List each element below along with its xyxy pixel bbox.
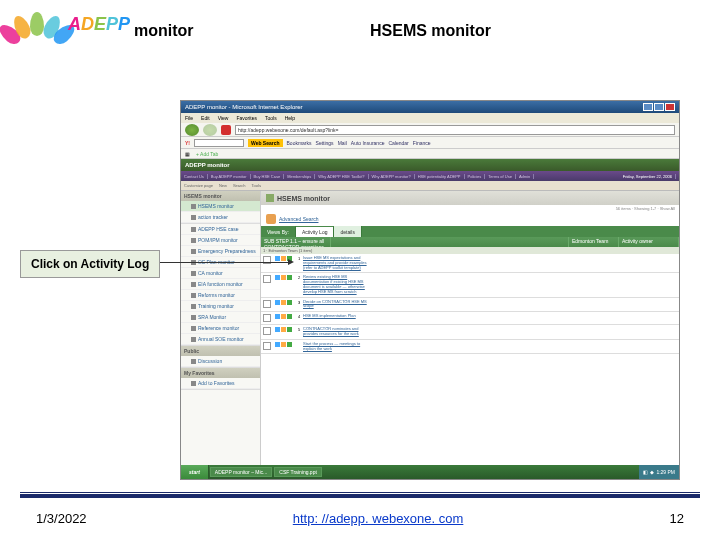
back-button[interactable] <box>185 124 199 136</box>
nav-why-monitor[interactable]: Why ADEPP monitor? <box>372 174 415 179</box>
forward-button[interactable] <box>203 124 217 136</box>
toolbar-finance[interactable]: Finance <box>413 140 431 146</box>
app-top-nav: Contact Us Buy ADEPP monitor Buy HSE Cas… <box>181 171 679 181</box>
view-icon[interactable] <box>281 256 286 261</box>
menu-favorites[interactable]: Favorites <box>236 115 257 121</box>
system-tray[interactable]: ◧ ◆ 1:29 PM <box>639 465 679 479</box>
sidebar-item-add-fav[interactable]: Add to Favorites <box>181 378 260 389</box>
edit-icon[interactable] <box>275 314 280 319</box>
tray-icon[interactable]: ◧ <box>643 469 648 475</box>
nav-terms[interactable]: Terms of Use <box>488 174 516 179</box>
toolbar-calendar[interactable]: Calendar <box>388 140 408 146</box>
nav-admin[interactable]: Admin <box>519 174 534 179</box>
sidebar-item-annual[interactable]: Annual SOE monitor <box>181 334 260 345</box>
taskbar-item-ppt[interactable]: CSF Training.ppt <box>274 467 322 477</box>
address-bar[interactable]: http://adepp.webexone.com/default.asp?li… <box>235 125 675 135</box>
col-owner[interactable]: Activity owner <box>619 237 679 247</box>
stop-button[interactable] <box>221 125 231 135</box>
approve-icon[interactable] <box>287 327 292 332</box>
col-substep[interactable]: SUB STEP 1.1 – ensure all CONTRACTOR ope… <box>261 237 331 247</box>
toolbar-mail[interactable]: Mail <box>338 140 347 146</box>
taskbar-item-browser[interactable]: ADEPP monitor – Mic... <box>210 467 272 477</box>
row-text[interactable]: HSE MS implementation Plan <box>303 314 371 322</box>
nav-memberships[interactable]: Memberships <box>287 174 315 179</box>
tab-details[interactable]: details <box>334 226 361 237</box>
sidebar-item-pom[interactable]: POM/IPM monitor <box>181 235 260 246</box>
browser-screenshot: ADEPP monitor - Microsoft Internet Explo… <box>180 100 680 480</box>
subnav-tools[interactable]: Tools <box>252 183 261 188</box>
sidebar-section-favorites[interactable]: My Favorites <box>181 368 260 378</box>
sidebar-item-emergency[interactable]: Emergency Preparedness <box>181 246 260 257</box>
row-checkbox[interactable] <box>263 275 271 283</box>
sidebar-section-public[interactable]: Public <box>181 346 260 356</box>
row-text[interactable]: Start the process — meetings to explain … <box>303 342 371 352</box>
tab-activity-log[interactable]: Activity Log <box>296 226 335 237</box>
subnav-search[interactable]: Search <box>233 183 246 188</box>
maximize-button[interactable] <box>654 103 664 111</box>
sidebar-item-eia[interactable]: EIA function monitor <box>181 279 260 290</box>
menu-help[interactable]: Help <box>285 115 295 121</box>
sidebar-item-discussion[interactable]: Discussion <box>181 356 260 367</box>
nav-buy-hse[interactable]: Buy HSE Case <box>254 174 285 179</box>
subnav-customize[interactable]: Customize page <box>184 183 213 188</box>
sidebar-item-hsems-monitor[interactable]: HSEMS monitor <box>181 201 260 212</box>
tray-icon[interactable]: ◆ <box>650 469 654 475</box>
edit-icon[interactable] <box>275 275 280 280</box>
sidebar-section-hsems[interactable]: HSEMS monitor <box>181 191 260 201</box>
col-team[interactable]: Edmonton Team <box>569 237 619 247</box>
window-titlebar[interactable]: ADEPP monitor - Microsoft Internet Explo… <box>181 101 679 113</box>
sidebar-item-reforms[interactable]: Reforms monitor <box>181 290 260 301</box>
footer-link[interactable]: http: //adepp. webexone. com <box>293 511 464 526</box>
menu-file[interactable]: File <box>185 115 193 121</box>
approve-icon[interactable] <box>287 275 292 280</box>
row-text[interactable]: Issue HSE MS expectations and requiremen… <box>303 256 371 270</box>
toolbar-auto[interactable]: Auto Insurance <box>351 140 385 146</box>
approve-icon[interactable] <box>287 300 292 305</box>
toolbar-settings[interactable]: Settings <box>316 140 334 146</box>
sidebar-item-training[interactable]: Training monitor <box>181 301 260 312</box>
view-icon[interactable] <box>281 314 286 319</box>
row-checkbox[interactable] <box>263 342 271 350</box>
view-icon[interactable] <box>281 300 286 305</box>
menu-view[interactable]: View <box>218 115 229 121</box>
nav-policies[interactable]: Policies <box>468 174 486 179</box>
menu-tools[interactable]: Tools <box>265 115 277 121</box>
footer-date: 1/3/2022 <box>36 511 87 526</box>
web-search-button[interactable]: Web Search <box>248 139 283 147</box>
sidebar-item-reference[interactable]: Reference monitor <box>181 323 260 334</box>
row-checkbox[interactable] <box>263 327 271 335</box>
group-row[interactable]: 1 · Edmonton Team (1 item) <box>261 247 679 254</box>
edit-icon[interactable] <box>275 327 280 332</box>
row-text[interactable]: CONTRACTOR nominates and provides resour… <box>303 327 371 337</box>
sidebar-item-hse-case[interactable]: ADEPP HSE case <box>181 224 260 235</box>
add-tab-button[interactable]: + Add Tab <box>196 151 218 157</box>
edit-icon[interactable] <box>275 300 280 305</box>
nav-hse-pot[interactable]: HSE potentiality ADEPP <box>418 174 465 179</box>
row-checkbox[interactable] <box>263 314 271 322</box>
nav-why-toolkit[interactable]: Why ADEPP HSE Toolkit? <box>318 174 368 179</box>
menu-edit[interactable]: Edit <box>201 115 210 121</box>
minimize-button[interactable] <box>643 103 653 111</box>
row-text[interactable]: Review existing HSE MS documentation if … <box>303 275 371 294</box>
edit-icon[interactable] <box>275 342 280 347</box>
row-text[interactable]: Decide on CONTRACTOR HSE MS scope <box>303 300 371 310</box>
sidebar-item-sra[interactable]: SRA Monitor <box>181 312 260 323</box>
toolbar-bookmarks[interactable]: Bookmarks <box>287 140 312 146</box>
row-checkbox[interactable] <box>263 300 271 308</box>
nav-contact[interactable]: Contact Us <box>184 174 208 179</box>
start-button[interactable]: start <box>181 465 209 479</box>
edit-icon[interactable] <box>275 256 280 261</box>
nav-buy-monitor[interactable]: Buy ADEPP monitor <box>211 174 251 179</box>
advanced-search-link[interactable]: Advanced Search <box>279 216 318 222</box>
approve-icon[interactable] <box>287 314 292 319</box>
view-icon[interactable] <box>281 275 286 280</box>
subnav-new[interactable]: New <box>219 183 227 188</box>
sidebar-item-ca[interactable]: CA monitor <box>181 268 260 279</box>
approve-icon[interactable] <box>287 342 292 347</box>
sidebar-item-action-tracker[interactable]: action tracker <box>181 212 260 223</box>
search-input[interactable] <box>194 139 244 147</box>
close-button[interactable] <box>665 103 675 111</box>
doc-icon <box>191 282 196 287</box>
view-icon[interactable] <box>281 342 286 347</box>
view-icon[interactable] <box>281 327 286 332</box>
